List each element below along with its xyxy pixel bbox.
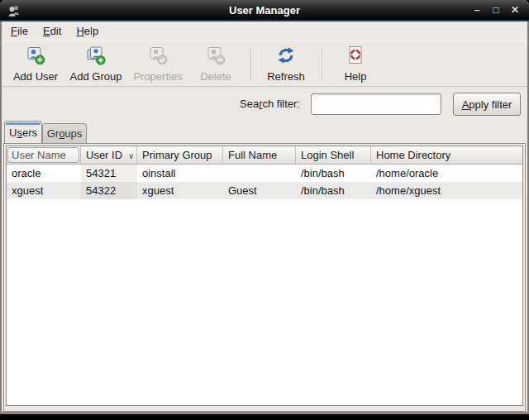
delete-label: Delete	[200, 70, 231, 83]
cell-user-id: 54322	[81, 182, 137, 199]
search-filter-input[interactable]	[311, 93, 441, 115]
help-label: Help	[345, 70, 367, 83]
menu-edit[interactable]: Edit	[36, 24, 69, 39]
cell-full-name	[223, 165, 296, 182]
help-lifering-icon	[332, 45, 379, 69]
column-header-primary-group[interactable]: Primary Group	[137, 146, 223, 164]
table-row[interactable]: xguest 54322 xguest Guest /bin/bash /hom…	[7, 182, 522, 199]
menu-help[interactable]: Help	[69, 24, 107, 39]
delete-button: Delete	[190, 45, 241, 83]
minimize-button[interactable]: –	[471, 4, 483, 16]
menu-file[interactable]: File	[4, 24, 36, 39]
cell-user-name: oracle	[7, 165, 81, 182]
toolbar: Add User Add Group	[2, 40, 527, 87]
group-cards-plus-icon	[66, 45, 126, 69]
maximize-button[interactable]: □	[490, 4, 502, 16]
close-button[interactable]: ✕	[509, 4, 521, 16]
cell-full-name: Guest	[223, 182, 296, 199]
search-filter-label: Search filter:	[240, 98, 300, 110]
user-card-check-icon	[129, 45, 187, 69]
cell-login-shell: /bin/bash	[296, 182, 371, 199]
tab-users[interactable]: Users	[4, 121, 42, 143]
cell-primary-group: oinstall	[137, 165, 223, 182]
cell-home-directory: /home/xguest	[371, 182, 522, 199]
add-user-label: Add User	[13, 70, 58, 83]
cell-primary-group: xguest	[137, 182, 223, 199]
tab-groups[interactable]: Groups	[42, 123, 87, 143]
cell-user-name: xguest	[7, 182, 81, 199]
properties-label: Properties	[133, 70, 182, 83]
users-table: User Name User ID∨ Primary Group Full Na…	[6, 146, 523, 406]
help-button[interactable]: Help	[332, 45, 379, 83]
cell-home-directory: /home/oracle	[371, 165, 522, 182]
user-card-plus-icon	[8, 45, 63, 69]
sort-descending-icon: ∨	[128, 151, 134, 160]
add-group-label: Add Group	[70, 70, 122, 83]
table-row[interactable]: oracle 54321 oinstall /bin/bash /home/or…	[7, 165, 522, 182]
refresh-arrows-icon	[261, 45, 311, 69]
refresh-label: Refresh	[267, 70, 305, 83]
column-header-login-shell[interactable]: Login Shell	[296, 146, 371, 164]
properties-button: Properties	[129, 45, 187, 83]
user-card-minus-icon	[190, 45, 241, 69]
menubar: File Edit Help	[2, 23, 527, 40]
tab-bar: Users Groups	[2, 121, 527, 143]
add-user-button[interactable]: Add User	[8, 45, 63, 83]
column-header-user-id[interactable]: User ID∨	[81, 146, 137, 164]
cell-user-id: 54321	[81, 165, 137, 182]
column-header-user-name[interactable]: User Name	[7, 146, 81, 164]
window-title: User Manager	[0, 4, 529, 17]
add-group-button[interactable]: Add Group	[66, 45, 126, 83]
toolbar-separator	[250, 47, 251, 80]
cell-login-shell: /bin/bash	[296, 165, 371, 182]
refresh-button[interactable]: Refresh	[261, 45, 311, 83]
column-header-home-directory[interactable]: Home Directory	[371, 146, 522, 164]
titlebar[interactable]: User Manager – □ ✕	[0, 0, 529, 21]
apply-filter-button[interactable]: Apply filter	[453, 93, 521, 116]
table-header-row: User Name User ID∨ Primary Group Full Na…	[7, 146, 522, 165]
users-panel: User Name User ID∨ Primary Group Full Na…	[3, 143, 526, 412]
toolbar-separator	[322, 47, 322, 80]
filter-row: Search filter: Apply filter	[2, 87, 527, 121]
user-manager-window: User Manager – □ ✕ File Edit Help	[0, 0, 529, 414]
column-header-full-name[interactable]: Full Name	[223, 146, 296, 164]
